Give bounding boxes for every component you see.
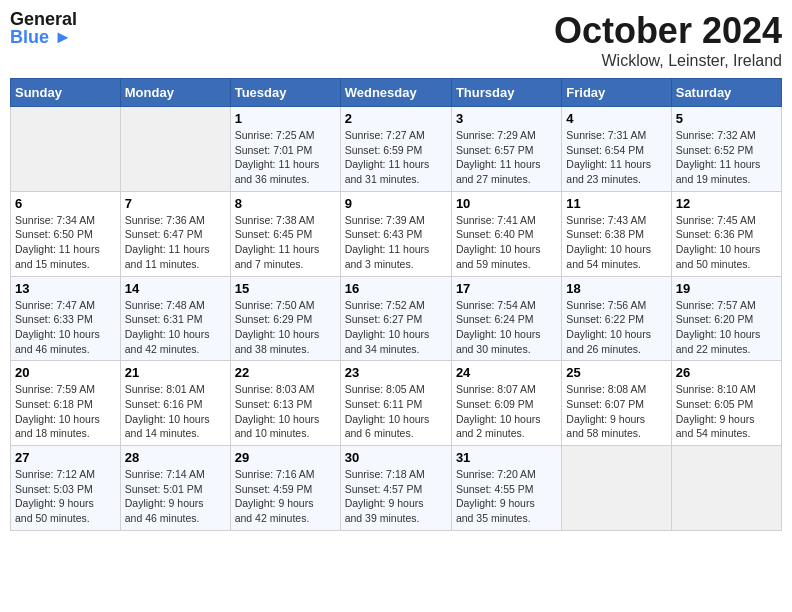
calendar-cell: 9Sunrise: 7:39 AM Sunset: 6:43 PM Daylig… <box>340 191 451 276</box>
day-detail: Sunrise: 7:45 AM Sunset: 6:36 PM Dayligh… <box>676 213 777 272</box>
day-number: 9 <box>345 196 447 211</box>
calendar-cell: 8Sunrise: 7:38 AM Sunset: 6:45 PM Daylig… <box>230 191 340 276</box>
calendar-cell: 27Sunrise: 7:12 AM Sunset: 5:03 PM Dayli… <box>11 446 121 531</box>
calendar-cell: 12Sunrise: 7:45 AM Sunset: 6:36 PM Dayli… <box>671 191 781 276</box>
day-number: 2 <box>345 111 447 126</box>
day-number: 24 <box>456 365 557 380</box>
day-detail: Sunrise: 7:16 AM Sunset: 4:59 PM Dayligh… <box>235 467 336 526</box>
calendar-cell: 7Sunrise: 7:36 AM Sunset: 6:47 PM Daylig… <box>120 191 230 276</box>
calendar-cell: 29Sunrise: 7:16 AM Sunset: 4:59 PM Dayli… <box>230 446 340 531</box>
day-number: 18 <box>566 281 666 296</box>
day-number: 13 <box>15 281 116 296</box>
day-detail: Sunrise: 8:08 AM Sunset: 6:07 PM Dayligh… <box>566 382 666 441</box>
day-detail: Sunrise: 7:31 AM Sunset: 6:54 PM Dayligh… <box>566 128 666 187</box>
day-detail: Sunrise: 7:50 AM Sunset: 6:29 PM Dayligh… <box>235 298 336 357</box>
month-title: October 2024 <box>554 10 782 52</box>
day-number: 8 <box>235 196 336 211</box>
calendar-cell: 28Sunrise: 7:14 AM Sunset: 5:01 PM Dayli… <box>120 446 230 531</box>
day-number: 30 <box>345 450 447 465</box>
calendar-cell: 15Sunrise: 7:50 AM Sunset: 6:29 PM Dayli… <box>230 276 340 361</box>
day-detail: Sunrise: 7:12 AM Sunset: 5:03 PM Dayligh… <box>15 467 116 526</box>
calendar-cell: 16Sunrise: 7:52 AM Sunset: 6:27 PM Dayli… <box>340 276 451 361</box>
day-number: 22 <box>235 365 336 380</box>
day-detail: Sunrise: 7:47 AM Sunset: 6:33 PM Dayligh… <box>15 298 116 357</box>
calendar-cell <box>120 107 230 192</box>
logo: General Blue ► <box>10 10 77 46</box>
day-number: 21 <box>125 365 226 380</box>
header-monday: Monday <box>120 79 230 107</box>
day-number: 7 <box>125 196 226 211</box>
header-thursday: Thursday <box>451 79 561 107</box>
week-row-3: 13Sunrise: 7:47 AM Sunset: 6:33 PM Dayli… <box>11 276 782 361</box>
day-number: 4 <box>566 111 666 126</box>
day-detail: Sunrise: 8:03 AM Sunset: 6:13 PM Dayligh… <box>235 382 336 441</box>
day-detail: Sunrise: 7:38 AM Sunset: 6:45 PM Dayligh… <box>235 213 336 272</box>
day-number: 27 <box>15 450 116 465</box>
calendar-cell: 1Sunrise: 7:25 AM Sunset: 7:01 PM Daylig… <box>230 107 340 192</box>
calendar-cell <box>11 107 121 192</box>
page-header: General Blue ► October 2024 Wicklow, Lei… <box>10 10 782 70</box>
header-sunday: Sunday <box>11 79 121 107</box>
calendar-cell: 17Sunrise: 7:54 AM Sunset: 6:24 PM Dayli… <box>451 276 561 361</box>
calendar-table: SundayMondayTuesdayWednesdayThursdayFrid… <box>10 78 782 531</box>
calendar-cell: 18Sunrise: 7:56 AM Sunset: 6:22 PM Dayli… <box>562 276 671 361</box>
day-detail: Sunrise: 7:39 AM Sunset: 6:43 PM Dayligh… <box>345 213 447 272</box>
week-row-4: 20Sunrise: 7:59 AM Sunset: 6:18 PM Dayli… <box>11 361 782 446</box>
calendar-cell <box>671 446 781 531</box>
title-area: October 2024 Wicklow, Leinster, Ireland <box>554 10 782 70</box>
week-row-5: 27Sunrise: 7:12 AM Sunset: 5:03 PM Dayli… <box>11 446 782 531</box>
calendar-cell: 31Sunrise: 7:20 AM Sunset: 4:55 PM Dayli… <box>451 446 561 531</box>
calendar-cell: 23Sunrise: 8:05 AM Sunset: 6:11 PM Dayli… <box>340 361 451 446</box>
day-detail: Sunrise: 7:36 AM Sunset: 6:47 PM Dayligh… <box>125 213 226 272</box>
calendar-cell: 21Sunrise: 8:01 AM Sunset: 6:16 PM Dayli… <box>120 361 230 446</box>
day-number: 6 <box>15 196 116 211</box>
day-number: 23 <box>345 365 447 380</box>
day-detail: Sunrise: 7:59 AM Sunset: 6:18 PM Dayligh… <box>15 382 116 441</box>
calendar-cell: 14Sunrise: 7:48 AM Sunset: 6:31 PM Dayli… <box>120 276 230 361</box>
day-detail: Sunrise: 7:29 AM Sunset: 6:57 PM Dayligh… <box>456 128 557 187</box>
day-detail: Sunrise: 8:10 AM Sunset: 6:05 PM Dayligh… <box>676 382 777 441</box>
day-number: 11 <box>566 196 666 211</box>
day-number: 12 <box>676 196 777 211</box>
day-detail: Sunrise: 7:52 AM Sunset: 6:27 PM Dayligh… <box>345 298 447 357</box>
calendar-cell: 3Sunrise: 7:29 AM Sunset: 6:57 PM Daylig… <box>451 107 561 192</box>
calendar-cell: 5Sunrise: 7:32 AM Sunset: 6:52 PM Daylig… <box>671 107 781 192</box>
calendar-cell: 2Sunrise: 7:27 AM Sunset: 6:59 PM Daylig… <box>340 107 451 192</box>
day-number: 29 <box>235 450 336 465</box>
day-detail: Sunrise: 7:56 AM Sunset: 6:22 PM Dayligh… <box>566 298 666 357</box>
calendar-cell: 25Sunrise: 8:08 AM Sunset: 6:07 PM Dayli… <box>562 361 671 446</box>
location: Wicklow, Leinster, Ireland <box>554 52 782 70</box>
day-number: 16 <box>345 281 447 296</box>
day-number: 17 <box>456 281 557 296</box>
calendar-header-row: SundayMondayTuesdayWednesdayThursdayFrid… <box>11 79 782 107</box>
day-number: 19 <box>676 281 777 296</box>
header-tuesday: Tuesday <box>230 79 340 107</box>
day-detail: Sunrise: 7:54 AM Sunset: 6:24 PM Dayligh… <box>456 298 557 357</box>
day-detail: Sunrise: 7:27 AM Sunset: 6:59 PM Dayligh… <box>345 128 447 187</box>
day-number: 26 <box>676 365 777 380</box>
day-detail: Sunrise: 7:48 AM Sunset: 6:31 PM Dayligh… <box>125 298 226 357</box>
day-detail: Sunrise: 7:18 AM Sunset: 4:57 PM Dayligh… <box>345 467 447 526</box>
header-friday: Friday <box>562 79 671 107</box>
day-number: 25 <box>566 365 666 380</box>
calendar-cell <box>562 446 671 531</box>
calendar-cell: 20Sunrise: 7:59 AM Sunset: 6:18 PM Dayli… <box>11 361 121 446</box>
day-number: 1 <box>235 111 336 126</box>
calendar-cell: 6Sunrise: 7:34 AM Sunset: 6:50 PM Daylig… <box>11 191 121 276</box>
day-detail: Sunrise: 8:07 AM Sunset: 6:09 PM Dayligh… <box>456 382 557 441</box>
calendar-cell: 11Sunrise: 7:43 AM Sunset: 6:38 PM Dayli… <box>562 191 671 276</box>
day-number: 28 <box>125 450 226 465</box>
day-detail: Sunrise: 7:32 AM Sunset: 6:52 PM Dayligh… <box>676 128 777 187</box>
header-wednesday: Wednesday <box>340 79 451 107</box>
week-row-2: 6Sunrise: 7:34 AM Sunset: 6:50 PM Daylig… <box>11 191 782 276</box>
day-number: 31 <box>456 450 557 465</box>
header-saturday: Saturday <box>671 79 781 107</box>
day-number: 15 <box>235 281 336 296</box>
day-detail: Sunrise: 7:20 AM Sunset: 4:55 PM Dayligh… <box>456 467 557 526</box>
day-detail: Sunrise: 8:05 AM Sunset: 6:11 PM Dayligh… <box>345 382 447 441</box>
calendar-cell: 19Sunrise: 7:57 AM Sunset: 6:20 PM Dayli… <box>671 276 781 361</box>
calendar-cell: 13Sunrise: 7:47 AM Sunset: 6:33 PM Dayli… <box>11 276 121 361</box>
calendar-cell: 10Sunrise: 7:41 AM Sunset: 6:40 PM Dayli… <box>451 191 561 276</box>
calendar-cell: 26Sunrise: 8:10 AM Sunset: 6:05 PM Dayli… <box>671 361 781 446</box>
day-number: 20 <box>15 365 116 380</box>
